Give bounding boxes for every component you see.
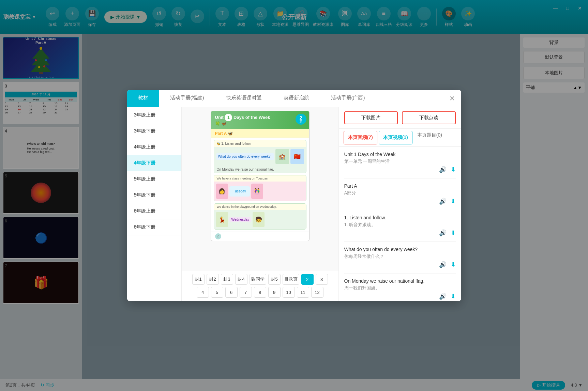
page-btn-10[interactable]: 10 xyxy=(283,287,295,298)
grade-5-lower[interactable]: 5年级下册 xyxy=(127,187,181,203)
tab-happy-english[interactable]: 快乐英语课时通 xyxy=(215,90,273,107)
page-btn-5[interactable]: 5 xyxy=(211,287,223,298)
media-item: Part A A部分 🔊 ⬇ xyxy=(344,178,456,210)
media-item: 1. Listen and follow. 1. 听音并跟读。 🔊 ⬇ xyxy=(344,210,456,242)
media-list: Unit 1 Days of the Week 第一单元 一周里的生活 🔊 ⬇ xyxy=(339,147,461,301)
modal-body: 3年级上册 3年级下册 4年级上册 4年级下册 5年级上册 5年级下册 xyxy=(127,107,461,301)
download-image-button[interactable]: 下载图片 xyxy=(344,111,398,124)
textbook-modal: 教材 活动手册(福建) 快乐英语课时通 英语新启航 活动手册(广西) ✕ 3年级… xyxy=(127,90,461,301)
page-btn-8[interactable]: 8 xyxy=(254,287,266,298)
grade-sidebar: 3年级上册 3年级下册 4年级上册 4年级下册 5年级上册 5年级下册 xyxy=(127,107,182,301)
grade-6-upper[interactable]: 6年级上册 xyxy=(127,203,181,219)
audio-download-button[interactable]: ⬇ xyxy=(451,261,456,268)
page-btn-11[interactable]: 11 xyxy=(297,287,309,298)
media-tabs-row: 本页音频(7) 本页视频(1) 本页题目(0) xyxy=(339,129,461,147)
page-btn-9[interactable]: 9 xyxy=(268,287,281,298)
download-buttons: 下载图片 下载点读 xyxy=(339,107,461,129)
page-btn-7[interactable]: 7 xyxy=(240,287,252,298)
media-item: Unit 1 Days of the Week 第一单元 一周里的生活 🔊 ⬇ xyxy=(344,147,456,178)
page-btn-4[interactable]: 4 xyxy=(197,287,209,298)
audio-play-button[interactable]: 🔊 xyxy=(439,229,447,237)
media-item: On Monday we raise our national flag. 周一… xyxy=(344,273,456,301)
audio-play-button[interactable]: 🔊 xyxy=(439,166,447,173)
media-tab-audio[interactable]: 本页音频(7) xyxy=(344,131,377,144)
book-preview: Unit 1 Days of the Week 2 页 🍀 🦋 xyxy=(182,107,338,270)
grade-4-upper[interactable]: 4年级上册 xyxy=(127,139,181,155)
page-btn-cover5[interactable]: 封5 xyxy=(268,274,281,285)
audio-download-button[interactable]: ⬇ xyxy=(451,166,456,173)
grade-5-upper[interactable]: 5年级上册 xyxy=(127,171,181,187)
grade-6-lower[interactable]: 6年级下册 xyxy=(127,219,181,235)
modal-overlay: 教材 活动手册(福建) 快乐英语课时通 英语新启航 活动手册(广西) ✕ 3年级… xyxy=(0,0,588,391)
audio-download-button[interactable]: ⬇ xyxy=(451,229,456,237)
modal-close-button[interactable]: ✕ xyxy=(448,94,457,103)
audio-play-button[interactable]: 🔊 xyxy=(439,261,447,268)
page-btn-cover1[interactable]: 封1 xyxy=(192,274,205,285)
page-btn-toc[interactable]: 目录页 xyxy=(283,274,299,285)
audio-download-button[interactable]: ⬇ xyxy=(451,198,456,205)
tab-activity-fujian[interactable]: 活动手册(福建) xyxy=(159,90,215,107)
media-tab-video[interactable]: 本页视频(1) xyxy=(379,131,412,144)
tab-activity-guangxi[interactable]: 活动手册(广西) xyxy=(320,90,376,107)
page-btn-12[interactable]: 12 xyxy=(311,287,323,298)
download-audio-button[interactable]: 下载点读 xyxy=(402,111,456,124)
grade-3-upper[interactable]: 3年级上册 xyxy=(127,107,181,123)
tab-new-start[interactable]: 英语新启航 xyxy=(273,90,320,107)
page-btn-2[interactable]: 2 xyxy=(301,274,314,285)
audio-download-button[interactable]: ⬇ xyxy=(451,293,456,300)
page-btn-cover4[interactable]: 封4 xyxy=(235,274,247,285)
tab-textbook[interactable]: 教材 xyxy=(127,90,159,107)
modal-right-panel: 下载图片 下载点读 本页音频(7) 本页视频(1) 本页题目(0) xyxy=(338,107,461,301)
modal-header: 教材 活动手册(福建) 快乐英语课时通 英语新启航 活动手册(广西) ✕ xyxy=(127,90,461,107)
page-btn-cover3[interactable]: 封3 xyxy=(221,274,233,285)
page-btn-greetings[interactable]: 致同学 xyxy=(250,274,266,285)
page-navigation: 封1 封2 封3 封4 致同学 封5 目录页 2 3 4 5 6 7 8 9 1… xyxy=(182,270,338,301)
audio-play-button[interactable]: 🔊 xyxy=(439,198,447,205)
page-btn-cover2[interactable]: 封2 xyxy=(207,274,219,285)
grade-4-lower[interactable]: 4年级下册 xyxy=(127,155,181,171)
media-tab-exercise[interactable]: 本页题目(0) xyxy=(413,129,446,146)
grade-3-lower[interactable]: 3年级下册 xyxy=(127,123,181,139)
audio-play-button[interactable]: 🔊 xyxy=(439,293,447,300)
media-item: What do you often do every week? 你每周经常做什… xyxy=(344,242,456,273)
page-btn-3[interactable]: 3 xyxy=(316,274,328,285)
modal-preview-area: Unit 1 Days of the Week 2 页 🍀 🦋 xyxy=(182,107,338,301)
page-btn-6[interactable]: 6 xyxy=(225,287,238,298)
